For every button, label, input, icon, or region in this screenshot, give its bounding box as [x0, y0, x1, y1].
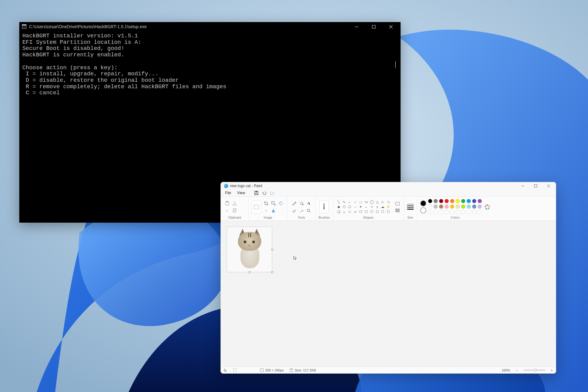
crop-button[interactable] [263, 200, 270, 207]
color-swatch-0[interactable] [428, 205, 432, 209]
select-dropdown[interactable] [263, 207, 270, 214]
paint-canvas[interactable] [227, 227, 272, 272]
shape-21[interactable]: ⌂ [342, 210, 347, 214]
shape-10[interactable]: ◆ [336, 205, 341, 209]
custom-color-slot-3[interactable] [445, 210, 449, 214]
color-swatch-8[interactable] [472, 205, 476, 209]
resize-handle-right[interactable] [271, 249, 273, 251]
menu-view[interactable]: View [235, 190, 247, 196]
undo-button[interactable] [261, 190, 268, 196]
shape-12[interactable]: ⬡ [347, 205, 352, 209]
magnifier-tool[interactable] [305, 207, 312, 214]
custom-color-slot-1[interactable] [434, 210, 438, 214]
shape-7[interactable]: △ [375, 200, 380, 204]
fill-tool[interactable] [298, 200, 305, 207]
zoom-out-button[interactable]: − [516, 368, 518, 372]
color-swatch-5[interactable] [456, 199, 460, 203]
paste-dropdown[interactable] [224, 207, 231, 214]
shape-14[interactable]: ✦ [358, 205, 363, 209]
close-button[interactable] [382, 22, 399, 31]
shape-3[interactable]: ○ [353, 200, 358, 204]
paste-button[interactable] [224, 200, 231, 207]
color-swatch-4[interactable] [450, 199, 454, 203]
custom-color-slot-0[interactable] [428, 210, 432, 214]
custom-color-slot-7[interactable] [467, 210, 471, 214]
size-button[interactable] [407, 204, 414, 210]
select-tool[interactable] [252, 201, 261, 213]
color-swatch-1[interactable] [434, 199, 438, 203]
custom-color-slot-4[interactable] [450, 210, 454, 214]
shape-5[interactable]: ▭ [364, 200, 369, 204]
shape-17[interactable]: ◊ [375, 205, 380, 209]
resize-handle-bottom[interactable] [249, 271, 251, 273]
custom-color-slot-6[interactable] [461, 210, 465, 214]
shape-0[interactable]: ╲ [336, 200, 341, 204]
eraser-tool[interactable] [291, 207, 297, 214]
color-swatch-2[interactable] [439, 199, 443, 203]
color-swatch-3[interactable] [445, 199, 449, 203]
cut-button[interactable] [231, 200, 238, 207]
resize-button[interactable] [270, 200, 277, 207]
custom-color-slot-9[interactable] [478, 210, 482, 214]
maximize-button[interactable] [365, 22, 382, 31]
shape-18[interactable]: ☁ [380, 205, 385, 209]
pencil-tool[interactable] [291, 200, 297, 207]
color-swatch-7[interactable] [467, 205, 471, 209]
shape-26[interactable]: ☐ [369, 210, 374, 214]
menu-file[interactable]: File [223, 190, 233, 196]
color-swatch-9[interactable] [478, 205, 482, 209]
shape-28[interactable]: ☐ [380, 210, 385, 214]
color-swatch-6[interactable] [461, 199, 465, 203]
shape-6[interactable]: ◯ [369, 200, 374, 204]
custom-color-slot-2[interactable] [439, 210, 443, 214]
shape-19[interactable]: ⚡ [386, 205, 391, 209]
custom-color-slot-8[interactable] [472, 210, 476, 214]
color-swatch-9[interactable] [478, 199, 482, 203]
resize-handle-corner[interactable] [271, 271, 273, 273]
copy-button[interactable] [231, 207, 238, 214]
paint-titlebar[interactable]: new logo cat - Paint [221, 182, 556, 190]
shape-8[interactable]: ▷ [380, 200, 385, 204]
shapes-gallery[interactable]: ╲∿⌐○□▭◯△▷◇◆⬠⬡→✦↔☆◊☁⚡❏⌂⬭▱☐☐☐☐☐☐ [336, 200, 391, 214]
shape-27[interactable]: ☐ [375, 210, 380, 214]
custom-color-slot-5[interactable] [456, 210, 460, 214]
paint-minimize-button[interactable] [517, 183, 529, 189]
shape-9[interactable]: ◇ [386, 200, 391, 204]
rotate-button[interactable] [277, 200, 284, 207]
color-swatch-4[interactable] [450, 205, 454, 209]
shape-outline-button[interactable] [394, 201, 401, 206]
terminal-titlebar[interactable]: C:\Users\cesar\OneDrive\Pictures\HackBGR… [19, 22, 401, 31]
shape-24[interactable]: ☐ [358, 210, 363, 214]
shape-4[interactable]: □ [358, 200, 363, 204]
save-button[interactable] [253, 190, 260, 196]
paint-workspace[interactable] [221, 221, 556, 367]
color-swatch-2[interactable] [439, 205, 443, 209]
shape-29[interactable]: ☐ [386, 210, 391, 214]
color-1[interactable] [420, 200, 426, 206]
shape-20[interactable]: ❏ [336, 210, 341, 214]
minimize-button[interactable] [348, 22, 365, 31]
brushes-button[interactable] [319, 201, 329, 213]
eyedropper-tool[interactable] [298, 207, 305, 214]
shape-16[interactable]: ☆ [369, 205, 374, 209]
shape-23[interactable]: ▱ [353, 210, 358, 214]
color-swatch-5[interactable] [456, 205, 460, 209]
color-swatch-1[interactable] [434, 205, 438, 209]
text-tool[interactable]: A [305, 200, 312, 207]
color-swatch-0[interactable] [428, 199, 432, 203]
paint-maximize-button[interactable] [530, 183, 542, 189]
zoom-in-button[interactable]: + [551, 368, 553, 372]
shape-2[interactable]: ⌐ [347, 200, 352, 204]
shape-fill-button[interactable] [394, 208, 401, 213]
color-swatch-3[interactable] [445, 205, 449, 209]
shape-25[interactable]: ☐ [364, 210, 369, 214]
redo-button[interactable] [269, 190, 276, 196]
shape-22[interactable]: ⬭ [347, 210, 352, 214]
shape-1[interactable]: ∿ [342, 200, 347, 204]
color-2[interactable] [420, 207, 426, 213]
flip-button[interactable] [270, 207, 277, 214]
shape-13[interactable]: → [353, 205, 358, 209]
paint-close-button[interactable] [542, 183, 555, 189]
color-swatch-8[interactable] [472, 199, 476, 203]
edit-colors-button[interactable] [484, 204, 490, 210]
